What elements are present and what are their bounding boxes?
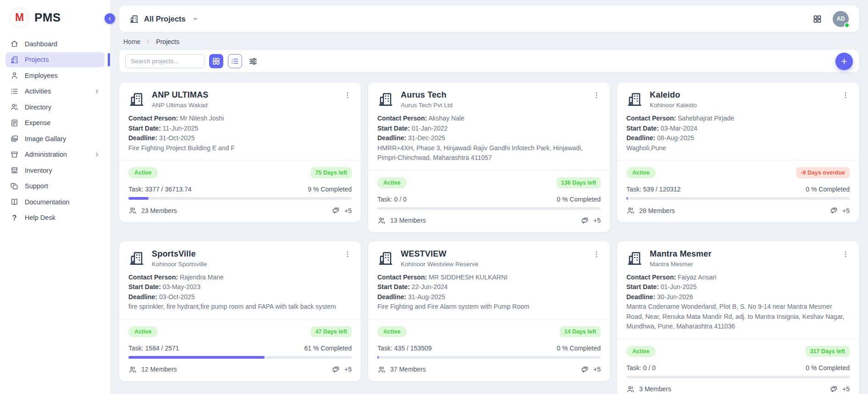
project-card[interactable]: Kaleido Kohinoor Kaleido Contact Person:… bbox=[617, 82, 859, 222]
comments-summary[interactable]: +5 bbox=[581, 216, 601, 225]
search-input[interactable] bbox=[125, 54, 205, 68]
contact-person-value: Faiyaz Ansari bbox=[678, 274, 716, 281]
start-date-label: Start Date: bbox=[128, 283, 161, 290]
progress-bar bbox=[626, 197, 850, 200]
project-description: Fire Fighting and Fire Alarm system with… bbox=[377, 302, 601, 312]
people-icon bbox=[10, 103, 19, 111]
sidebar-item-label: Employees bbox=[25, 72, 58, 79]
card-bottom: Active -9 Days overdue Task: 539 / 12031… bbox=[617, 160, 859, 222]
task-count: Task: 1584 / 2571 bbox=[128, 345, 179, 352]
sidebar-item-label: Activities bbox=[25, 88, 51, 95]
breadcrumb-projects[interactable]: Projects bbox=[156, 38, 179, 45]
building-icon bbox=[626, 250, 643, 267]
avatar[interactable]: AD bbox=[833, 11, 849, 27]
project-card[interactable]: SportsVille Kohinoor Sportsville Contact… bbox=[119, 241, 361, 381]
sidebar-item-support[interactable]: Support bbox=[6, 179, 105, 194]
members-icon bbox=[377, 216, 386, 225]
project-card[interactable]: WESTVIEW Kohinoor Westview Reserve Conta… bbox=[368, 241, 610, 381]
project-card[interactable]: Mantra Mesmer Mantra Mesmer Contact Pers… bbox=[617, 241, 859, 394]
members-summary[interactable]: 12 Members bbox=[128, 365, 177, 374]
card-bottom: Active 75 Days left Task: 3377 / 36713.7… bbox=[119, 160, 361, 222]
members-count: 3 Members bbox=[639, 385, 671, 393]
members-summary[interactable]: 28 Members bbox=[626, 206, 675, 215]
sidebar-item-dashboard[interactable]: Dashboard bbox=[6, 36, 105, 51]
card-top: ANP ULTIMAS ANP Ultimas Wakad Contact Pe… bbox=[119, 82, 361, 160]
breadcrumb-home[interactable]: Home bbox=[123, 38, 140, 45]
card-details: Contact Person: MR SIDDHESH KULKARNI Sta… bbox=[377, 273, 601, 312]
chat-icon bbox=[581, 365, 589, 374]
sidebar: M PMS Dashboard Projects Employees Activ… bbox=[0, 0, 110, 394]
members-icon bbox=[626, 206, 635, 215]
start-date-row: Start Date: 22-Jun-2024 bbox=[377, 282, 601, 292]
card-menu-button[interactable] bbox=[343, 249, 352, 259]
contact-person-value: MR SIDDHESH KULKARNI bbox=[429, 274, 508, 281]
chat-icon bbox=[332, 365, 340, 374]
chat-icon bbox=[581, 216, 589, 225]
comments-summary[interactable]: +5 bbox=[332, 365, 352, 374]
status-badge: Active bbox=[128, 167, 158, 178]
project-card[interactable]: ANP ULTIMAS ANP Ultimas Wakad Contact Pe… bbox=[119, 82, 361, 222]
members-summary[interactable]: 3 Members bbox=[626, 385, 671, 394]
sidebar-item-image-gallary[interactable]: Image Gallary bbox=[6, 131, 105, 146]
card-bottom: Active 47 Days left Task: 1584 / 2571 61… bbox=[119, 319, 361, 381]
start-date-row: Start Date: 01-Jan-2022 bbox=[377, 124, 601, 134]
project-card[interactable]: Aurus Tech Aurus Tech Pvt Ltd Contact Pe… bbox=[368, 82, 610, 232]
contact-person-label: Contact Person: bbox=[626, 115, 676, 122]
comments-summary[interactable]: +5 bbox=[332, 206, 352, 215]
deadline-label: Deadline: bbox=[377, 293, 406, 301]
online-status-dot bbox=[844, 22, 850, 28]
members-icon bbox=[626, 385, 635, 394]
sidebar-item-label: Projects bbox=[25, 56, 49, 63]
list-view-icon bbox=[231, 57, 239, 66]
card-details: Contact Person: Rajendra Mane Start Date… bbox=[128, 273, 352, 312]
sidebar-item-projects[interactable]: Projects bbox=[6, 52, 105, 67]
grid-view-button[interactable] bbox=[209, 54, 223, 68]
sidebar-item-expense[interactable]: Expense bbox=[6, 115, 105, 131]
card-menu-button[interactable] bbox=[841, 249, 850, 259]
sidebar-item-administration[interactable]: Administration bbox=[6, 147, 105, 162]
days-left-badge: 136 Days left bbox=[557, 177, 601, 188]
project-title: Mantra Mesmer bbox=[650, 249, 835, 259]
apps-grid-icon[interactable] bbox=[813, 14, 822, 24]
project-subtitle: Mantra Mesmer bbox=[650, 261, 835, 268]
card-menu-button[interactable] bbox=[841, 90, 850, 100]
project-scope-selector[interactable]: All Projects bbox=[129, 14, 199, 24]
start-date-row: Start Date: 03-May-2023 bbox=[128, 282, 352, 292]
contact-person-row: Contact Person: Mr Nitesh Joshi bbox=[128, 114, 352, 124]
task-count: Task: 0 / 0 bbox=[626, 364, 656, 372]
receipt-icon bbox=[10, 119, 19, 127]
card-menu-button[interactable] bbox=[592, 249, 601, 259]
members-summary[interactable]: 23 Members bbox=[128, 206, 177, 215]
chevron-down-icon bbox=[192, 16, 199, 22]
card-top: SportsVille Kohinoor Sportsville Contact… bbox=[119, 241, 361, 319]
card-details: Contact Person: Akshay Nale Start Date: … bbox=[377, 114, 601, 163]
comments-summary[interactable]: +5 bbox=[581, 365, 601, 374]
start-date-row: Start Date: 01-Jun-2025 bbox=[626, 282, 850, 292]
task-count: Task: 435 / 153509 bbox=[377, 345, 431, 352]
members-summary[interactable]: 37 Members bbox=[377, 365, 426, 374]
progress-bar bbox=[128, 356, 352, 359]
app-title: PMS bbox=[34, 11, 61, 25]
members-icon bbox=[128, 206, 137, 215]
sidebar-item-employees[interactable]: Employees bbox=[6, 68, 105, 83]
comments-summary[interactable]: +5 bbox=[829, 206, 850, 215]
card-details: Contact Person: Mr Nitesh Joshi Start Da… bbox=[128, 114, 352, 153]
add-project-button[interactable] bbox=[835, 53, 853, 70]
sidebar-collapse-button[interactable] bbox=[105, 13, 115, 24]
sidebar-item-label: Support bbox=[25, 182, 48, 190]
sidebar-item-help-desk[interactable]: ? Help Desk bbox=[6, 210, 105, 225]
comments-summary[interactable]: +5 bbox=[829, 385, 850, 394]
list-view-button[interactable] bbox=[228, 54, 242, 68]
sidebar-item-label: Administration bbox=[25, 151, 67, 158]
members-summary[interactable]: 13 Members bbox=[377, 216, 426, 225]
deadline-value: 31-Aug-2025 bbox=[408, 293, 445, 301]
filter-button[interactable] bbox=[247, 54, 260, 68]
card-menu-button[interactable] bbox=[592, 90, 601, 100]
sidebar-item-directory[interactable]: Directory bbox=[6, 99, 105, 115]
activities-icon bbox=[10, 87, 19, 96]
sidebar-item-inventory[interactable]: Inventory bbox=[6, 163, 105, 178]
chat-count: +5 bbox=[344, 207, 352, 214]
sidebar-item-documentation[interactable]: Documentation bbox=[6, 194, 105, 209]
card-menu-button[interactable] bbox=[343, 90, 352, 100]
sidebar-item-activities[interactable]: Activities bbox=[6, 84, 105, 99]
